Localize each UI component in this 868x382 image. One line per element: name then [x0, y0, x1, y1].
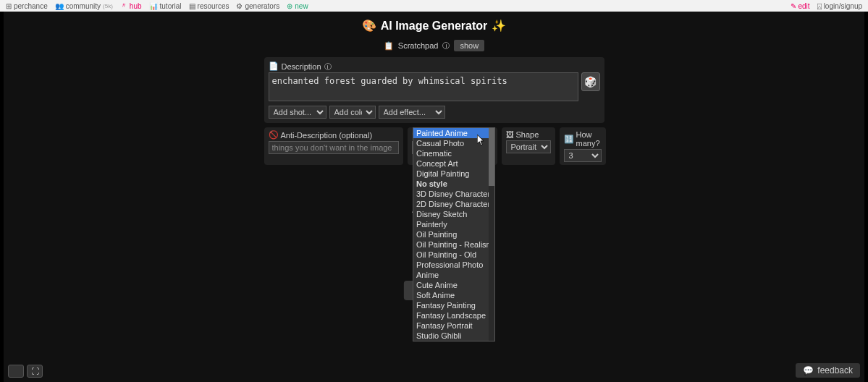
title-icon: 🎨 [362, 19, 376, 33]
feedback-button[interactable]: 💬 feedback [796, 363, 860, 378]
resources-icon: ▤ [189, 2, 195, 10]
community-icon: 👥 [55, 2, 64, 10]
scratchpad-row: 📋 Scratchpad i show [4, 40, 864, 51]
topbar: ⊞perchance👥community(5k)〃hub📊tutorial▤re… [0, 0, 868, 12]
page-title: 🎨 AI Image Generator ✨ [4, 19, 864, 33]
feedback-label: feedback [817, 365, 853, 375]
style-option[interactable]: Anime [413, 270, 494, 280]
style-option[interactable]: 3D Disney Character [413, 189, 494, 199]
scratchpad-label: Scratchpad [398, 41, 439, 50]
style-option[interactable]: Digital Painting [413, 169, 494, 179]
edit-icon: ✎ [791, 2, 796, 10]
style-option[interactable]: Concept Art [413, 158, 494, 169]
info-icon[interactable]: i [324, 63, 332, 70]
style-option[interactable]: Casual Photo [413, 138, 494, 148]
nav-shortcut: (5k) [103, 3, 113, 9]
nav-new[interactable]: ⊕new [287, 2, 308, 10]
main-stage: 🎨 AI Image Generator ✨ 📋 Scratchpad i sh… [4, 12, 864, 382]
howmany-icon: 🔢 [564, 135, 574, 144]
howmany-block: 🔢 How many? 3 [560, 127, 606, 165]
nav-label: new [295, 2, 308, 10]
add-shot-select[interactable]: Add shot... [269, 106, 326, 119]
nav-generators[interactable]: ⚙generators [236, 2, 279, 10]
style-option[interactable]: Cute Anime [413, 280, 494, 290]
style-option[interactable]: Oil Painting [413, 229, 494, 239]
style-option[interactable]: Fantasy Painting [413, 300, 494, 310]
scratchpad-show-button[interactable]: show [454, 40, 484, 51]
style-option[interactable]: Disney Sketch [413, 209, 494, 219]
howmany-label: How many? [576, 130, 602, 148]
description-label: Description [282, 62, 321, 71]
shape-block: 🖼 Shape Portrait [502, 127, 555, 165]
scratchpad-icon: 📋 [384, 41, 394, 51]
shape-label: Shape [516, 130, 539, 139]
description-panel: 📄 Description i 🎲 Add shot... Add color.… [264, 57, 604, 123]
nav-edit[interactable]: ✎edit [791, 2, 810, 10]
style-option[interactable]: Painted Anime [413, 128, 494, 138]
randomize-button[interactable]: 🎲 [581, 72, 600, 91]
anti-description-input[interactable] [269, 141, 399, 154]
nav-resources[interactable]: ▤resources [189, 2, 229, 10]
nav-tutorial[interactable]: 📊tutorial [149, 2, 182, 10]
nav-label: edit [799, 2, 810, 10]
add-effect-select[interactable]: Add effect... [379, 106, 445, 119]
description-icon: 📄 [269, 61, 279, 71]
style-option[interactable]: Oil Painting - Realism [413, 239, 494, 250]
style-option[interactable]: Fantasy Landscape [413, 310, 494, 321]
nav-label: hub [130, 2, 142, 10]
generators-icon: ⚙ [236, 2, 243, 10]
style-option[interactable]: Cinematic [413, 148, 494, 158]
add-color-select[interactable]: Add color... [329, 106, 376, 119]
nav-community[interactable]: 👥community(5k) [55, 2, 113, 10]
theme-button[interactable] [8, 365, 24, 378]
dropdown-scrollbar-thumb[interactable] [489, 128, 494, 186]
nav-label: perchance [14, 2, 48, 10]
style-option[interactable]: Painterly [413, 219, 494, 229]
anti-description-block: 🚫 Anti-Description (optional) [264, 127, 403, 165]
style-option[interactable]: 2D Disney Character [413, 199, 494, 209]
login/signup-icon: ⍓ [817, 2, 822, 10]
howmany-select[interactable]: 3 [564, 149, 602, 162]
sparkle-icon: ✨ [492, 19, 506, 33]
bottom-left-controls: ⛶ [8, 365, 43, 378]
style-option[interactable]: Fantasy Portrait [413, 321, 494, 331]
nav-label: resources [198, 2, 229, 10]
title-text: AI Image Generator [381, 20, 488, 33]
nav-label: login/signup [824, 2, 862, 10]
chat-icon: 💬 [803, 365, 814, 375]
art-style-dropdown-list[interactable]: Painted AnimeCasual PhotoCinematicConcep… [413, 127, 495, 341]
anti-icon: 🚫 [269, 130, 279, 140]
nav-loginsignup[interactable]: ⍓login/signup [817, 2, 862, 10]
style-option[interactable]: Oil Painting - Old [413, 250, 494, 260]
tutorial-icon: 📊 [149, 2, 158, 10]
style-option[interactable]: Professional Photo [413, 260, 494, 270]
nav-hub[interactable]: 〃hub [120, 1, 142, 11]
style-option[interactable]: Studio Ghibli [413, 331, 494, 341]
perchance-icon: ⊞ [6, 2, 12, 10]
nav-label: tutorial [160, 2, 182, 10]
style-option[interactable]: Soft Anime [413, 290, 494, 300]
fullscreen-button[interactable]: ⛶ [27, 365, 43, 378]
style-option[interactable]: No style [413, 179, 494, 189]
nav-label: community [66, 2, 101, 10]
new-icon: ⊕ [287, 2, 292, 10]
dropdown-scrollbar[interactable] [489, 128, 494, 341]
anti-label: Anti-Description (optional) [281, 131, 373, 140]
hub-icon: 〃 [120, 1, 127, 11]
shape-icon: 🖼 [506, 130, 514, 139]
nav-label: generators [245, 2, 279, 10]
shape-select[interactable]: Portrait [506, 140, 551, 153]
description-input[interactable] [269, 72, 578, 101]
info-icon[interactable]: i [442, 42, 450, 49]
nav-perchance[interactable]: ⊞perchance [6, 2, 48, 10]
